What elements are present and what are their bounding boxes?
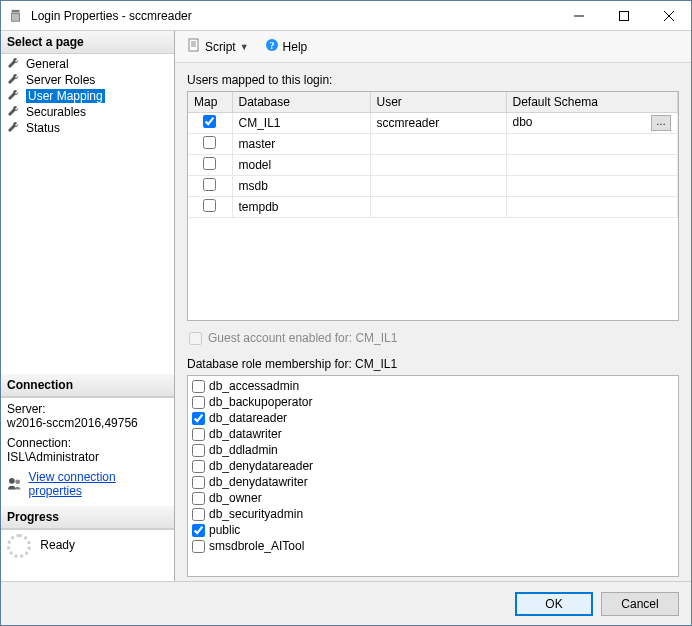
role-item[interactable]: db_owner [192, 490, 674, 506]
help-button[interactable]: ? Help [261, 36, 312, 57]
role-checkbox[interactable] [192, 524, 205, 537]
cell-user[interactable] [370, 155, 506, 176]
nav-user-mapping[interactable]: User Mapping [1, 88, 174, 104]
nav-server-roles[interactable]: Server Roles [1, 72, 174, 88]
role-item[interactable]: public [192, 522, 674, 538]
right-panel: Script ▼ ? Help Users mapped to this log… [175, 31, 691, 581]
role-checkbox[interactable] [192, 476, 205, 489]
role-checkbox[interactable] [192, 380, 205, 393]
progress-header: Progress [1, 506, 174, 529]
cell-database[interactable]: model [232, 155, 370, 176]
nav-securables[interactable]: Securables [1, 104, 174, 120]
cell-schema[interactable] [506, 155, 678, 176]
role-item[interactable]: db_securityadmin [192, 506, 674, 522]
cell-schema[interactable] [506, 176, 678, 197]
maximize-button[interactable] [601, 1, 646, 30]
toolbar: Script ▼ ? Help [175, 31, 691, 63]
roles-list[interactable]: db_accessadmindb_backupoperatordb_datare… [188, 376, 678, 576]
role-checkbox[interactable] [192, 412, 205, 425]
cell-schema[interactable]: dbo… [506, 113, 678, 134]
role-item[interactable]: db_denydatareader [192, 458, 674, 474]
table-row[interactable]: CM_IL1sccmreaderdbo… [188, 113, 678, 134]
help-label: Help [283, 40, 308, 54]
col-user[interactable]: User [370, 92, 506, 113]
role-checkbox[interactable] [192, 508, 205, 521]
view-connection-link[interactable]: View connection properties [29, 470, 168, 498]
minimize-button[interactable] [556, 1, 601, 30]
svg-rect-0 [12, 9, 20, 12]
title-bar: Login Properties - sccmreader [1, 1, 691, 31]
dialog-footer: OK Cancel [1, 581, 691, 625]
script-label: Script [205, 40, 236, 54]
cell-database[interactable]: tempdb [232, 197, 370, 218]
guest-checkbox [189, 332, 202, 345]
cell-user[interactable]: sccmreader [370, 113, 506, 134]
chevron-down-icon[interactable]: ▼ [240, 42, 249, 52]
role-checkbox[interactable] [192, 492, 205, 505]
cell-database[interactable]: msdb [232, 176, 370, 197]
server-value: w2016-sccm2016,49756 [7, 416, 168, 430]
connection-label: Connection: [7, 436, 168, 450]
users-mapped-label: Users mapped to this login: [187, 73, 679, 87]
connection-header: Connection [1, 374, 174, 397]
map-checkbox[interactable] [203, 178, 216, 191]
map-checkbox[interactable] [203, 136, 216, 149]
map-checkbox[interactable] [203, 115, 216, 128]
map-checkbox[interactable] [203, 199, 216, 212]
ok-button[interactable]: OK [515, 592, 593, 616]
script-button[interactable]: Script ▼ [183, 36, 253, 57]
col-schema[interactable]: Default Schema [506, 92, 678, 113]
cell-schema[interactable] [506, 197, 678, 218]
role-label: db_datareader [209, 410, 287, 426]
role-item[interactable]: smsdbrole_AITool [192, 538, 674, 554]
role-checkbox[interactable] [192, 540, 205, 553]
role-checkbox[interactable] [192, 460, 205, 473]
cell-database[interactable]: master [232, 134, 370, 155]
table-row[interactable]: msdb [188, 176, 678, 197]
table-row[interactable]: model [188, 155, 678, 176]
cell-schema[interactable] [506, 134, 678, 155]
close-button[interactable] [646, 1, 691, 30]
people-icon [7, 476, 23, 492]
role-checkbox[interactable] [192, 396, 205, 409]
wrench-icon [7, 73, 21, 87]
map-checkbox[interactable] [203, 157, 216, 170]
svg-text:?: ? [269, 40, 274, 51]
svg-rect-3 [619, 11, 628, 20]
role-label: smsdbrole_AITool [209, 538, 304, 554]
nav-general[interactable]: General [1, 56, 174, 72]
cancel-button[interactable]: Cancel [601, 592, 679, 616]
table-row[interactable]: master [188, 134, 678, 155]
ellipsis-button[interactable]: … [651, 115, 671, 131]
role-checkbox[interactable] [192, 428, 205, 441]
role-item[interactable]: db_accessadmin [192, 378, 674, 394]
wrench-icon [7, 105, 21, 119]
progress-value: Ready [40, 538, 75, 552]
wrench-icon [7, 121, 21, 135]
cell-user[interactable] [370, 176, 506, 197]
cell-database[interactable]: CM_IL1 [232, 113, 370, 134]
select-page-header: Select a page [1, 31, 174, 54]
role-item[interactable]: db_ddladmin [192, 442, 674, 458]
app-icon [9, 8, 25, 24]
table-row[interactable]: tempdb [188, 197, 678, 218]
col-database[interactable]: Database [232, 92, 370, 113]
role-checkbox[interactable] [192, 444, 205, 457]
connection-section: Server: w2016-sccm2016,49756 Connection:… [1, 397, 174, 506]
role-item[interactable]: db_datareader [192, 410, 674, 426]
cell-user[interactable] [370, 197, 506, 218]
role-item[interactable]: db_denydatawriter [192, 474, 674, 490]
role-label: db_owner [209, 490, 262, 506]
users-mapped-grid[interactable]: Map Database User Default Schema CM_IL1s… [187, 91, 679, 321]
role-item[interactable]: db_datawriter [192, 426, 674, 442]
guest-account-row: Guest account enabled for: CM_IL1 [189, 331, 679, 345]
role-label: db_denydatawriter [209, 474, 308, 490]
page-nav: General Server Roles User Mapping Secura… [1, 54, 174, 138]
nav-label: Server Roles [26, 73, 95, 87]
role-label: db_ddladmin [209, 442, 278, 458]
cell-user[interactable] [370, 134, 506, 155]
guest-label: Guest account enabled for: CM_IL1 [208, 331, 397, 345]
role-item[interactable]: db_backupoperator [192, 394, 674, 410]
col-map[interactable]: Map [188, 92, 232, 113]
nav-status[interactable]: Status [1, 120, 174, 136]
